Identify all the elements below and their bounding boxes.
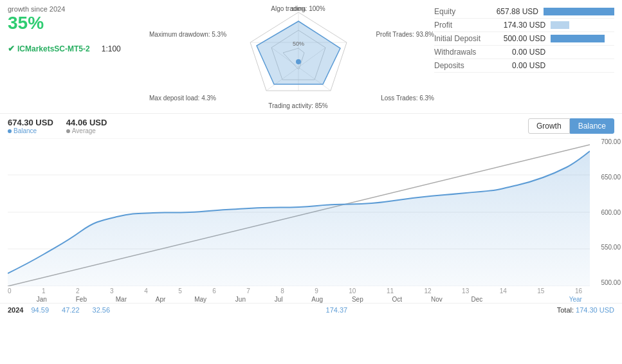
- leverage-value: 1:100: [102, 44, 121, 53]
- footer-val-4: 174.37: [326, 306, 348, 314]
- footer-year: 2024: [8, 306, 23, 314]
- balance-label: Balance: [8, 127, 53, 134]
- y-axis: 700.00 650.00 600.00 550.00 500.00: [601, 138, 621, 286]
- footer-bar: 2024 94.59 47.22 32.56 174.37 Total: 174…: [0, 303, 622, 316]
- footer-val-1: 94.59: [31, 306, 49, 314]
- chart-buttons: Growth Balance: [528, 118, 614, 134]
- radar-chart: 50% 100% Algo trading: 100% Profit Trade…: [169, 5, 428, 108]
- stat-initial-deposit: Initial Deposit 500.00 USD: [434, 32, 614, 46]
- average-label: Average: [66, 127, 107, 134]
- growth-since-label: growth since 2024: [8, 5, 162, 13]
- stat-deposits: Deposits 0.00 USD: [434, 59, 614, 73]
- maximum-drawdown-label: Maximum drawdown: 5.3%: [149, 31, 226, 38]
- svg-point-8: [296, 59, 301, 64]
- x-axis-numbers: 0 1 2 3 4 5 6 7 8 9 10 11 12 13 14 15 16: [0, 286, 590, 296]
- balance-value: 674.30 USD: [8, 118, 53, 127]
- growth-percentage: 35%: [8, 13, 162, 33]
- footer-val-3: 32.56: [93, 306, 111, 314]
- checkmark-icon: ✔: [8, 44, 15, 53]
- stat-profit: Profit 174.30 USD: [434, 19, 614, 32]
- footer-val-2: 47.22: [62, 306, 80, 314]
- main-chart-svg: [8, 138, 590, 286]
- svg-text:50%: 50%: [292, 41, 304, 47]
- profit-trades-label: Profit Trades: 93.8%: [376, 31, 434, 38]
- stat-withdrawals: Withdrawals 0.00 USD: [434, 46, 614, 59]
- growth-button[interactable]: Growth: [528, 118, 570, 134]
- trading-activity-label: Trading activity: 85%: [268, 102, 327, 109]
- loss-trades-label: Loss Trades: 6.3%: [381, 95, 434, 102]
- footer-total: Total: 174.30 USD: [557, 306, 614, 314]
- stat-equity: Equity 657.88 USD: [434, 5, 614, 19]
- balance-block: 674.30 USD Balance: [8, 118, 53, 134]
- max-deposit-load-label: Max deposit load: 4.3%: [149, 95, 216, 102]
- stats-panel: Equity 657.88 USD Profit 174.30 USD Init…: [434, 5, 614, 108]
- account-name[interactable]: ✔ ICMarketsSC-MT5-2: [8, 44, 90, 53]
- average-block: 44.06 USD Average: [66, 118, 107, 134]
- chart-header: 674.30 USD Balance 44.06 USD Average Gro…: [0, 113, 622, 138]
- average-value: 44.06 USD: [66, 118, 107, 127]
- algo-trading-label: Algo trading: 100%: [271, 5, 325, 12]
- balance-button[interactable]: Balance: [570, 118, 614, 134]
- x-axis-months: Jan Feb Mar Apr May Jun Jul Aug Sep Oct …: [0, 296, 590, 303]
